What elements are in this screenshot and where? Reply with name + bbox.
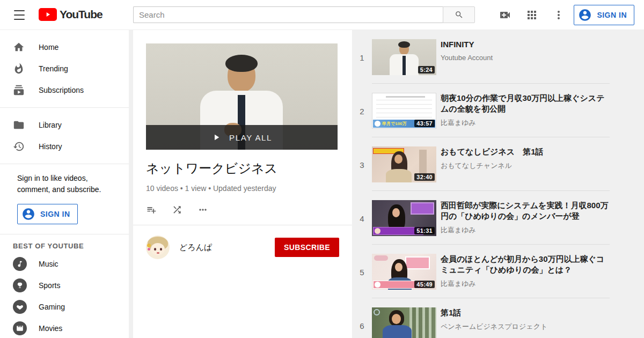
- video-row[interactable]: 1 5:24 INFINITY Youtube Account: [352, 30, 644, 84]
- sidebar-item-label: Subscriptions: [39, 86, 84, 94]
- video-row[interactable]: 6 第1話 ペンネームビジネスプロジェクト: [352, 298, 644, 338]
- search-button[interactable]: [443, 6, 475, 23]
- video-title: おもてなしビジネス 第1話: [441, 146, 544, 157]
- video-index: 3: [352, 146, 372, 170]
- music-icon: [13, 257, 27, 271]
- shuffle-icon[interactable]: [172, 204, 182, 217]
- sidebar-item-history[interactable]: History: [0, 136, 129, 157]
- video-title: INFINITY: [441, 39, 493, 50]
- best-of-youtube-heading: BEST OF YOUTUBE: [0, 234, 129, 253]
- trending-icon: [13, 63, 25, 75]
- thumbnail-person: [228, 58, 255, 92]
- video-channel: 比嘉まゆみ: [441, 118, 610, 128]
- sidebar-item-sports[interactable]: Sports: [0, 275, 129, 296]
- video-title: 西田哲郎が実際にシステムを実践！月収800万円の「ひめゆりの会」のメンバーが登: [441, 200, 610, 222]
- video-row[interactable]: 3 32:40 おもてなしビジネス 第1話 おもてなしチャンネル: [352, 137, 644, 191]
- playlist-video-list: 1 5:24 INFINITY Youtube Account 2 半月で100…: [352, 30, 644, 338]
- video-channel: Youtube Account: [441, 54, 493, 62]
- video-channel: 比嘉まゆみ: [441, 225, 610, 235]
- play-all-label: PLAY ALL: [229, 133, 272, 142]
- duration-badge: 5:24: [418, 66, 435, 74]
- search-icon: [455, 10, 464, 19]
- add-to-playlist-icon[interactable]: [146, 204, 157, 217]
- sidebar-item-movies[interactable]: Movies: [0, 318, 129, 338]
- youtube-logo[interactable]: YouTube: [39, 8, 103, 21]
- sports-icon: [13, 278, 27, 292]
- sidebar-item-label: Movies: [39, 324, 62, 333]
- search-bar: [133, 6, 475, 23]
- home-icon: [13, 41, 25, 53]
- duration-badge: 45:49: [414, 281, 435, 288]
- play-icon: [211, 133, 221, 142]
- video-thumbnail[interactable]: 5:24: [372, 39, 436, 75]
- upload-video-icon[interactable]: [499, 9, 511, 21]
- main-content: PLAY ALL ネットワークビジネス 10 videos • 1 view •…: [129, 30, 644, 338]
- library-icon: [13, 119, 25, 131]
- channel-row: どろんぱ SUBSCRIBE: [146, 236, 339, 259]
- sidebar: Home Trending Subscriptions Library Hist…: [0, 30, 129, 338]
- video-row[interactable]: 4 51:31 西田哲郎が実際にシステムを実践！月収800万円の「ひめゆりの会」…: [352, 191, 644, 245]
- video-index: 4: [352, 200, 372, 223]
- video-channel: ペンネームビジネスプロジェクト: [441, 322, 547, 332]
- account-icon: [21, 207, 35, 221]
- video-index: 6: [352, 307, 372, 330]
- sidebar-item-label: Home: [39, 43, 58, 52]
- sidebar-item-gaming[interactable]: Gaming: [0, 296, 129, 318]
- video-title: 朝夜10分の作業で月収30万円以上稼ぐシステムの全貌を初公開: [441, 93, 610, 114]
- subscribe-button[interactable]: SUBSCRIBE: [275, 238, 339, 257]
- sign-in-label: SIGN IN: [597, 11, 627, 19]
- sign-in-prompt: Sign in to like videos, comment, and sub…: [0, 164, 129, 195]
- top-header: YouTube SIGN IN: [0, 0, 644, 30]
- sidebar-item-label: Music: [39, 260, 58, 268]
- video-thumbnail[interactable]: 51:31: [372, 200, 436, 236]
- sidebar-item-trending[interactable]: Trending: [0, 58, 129, 79]
- playlist-stats: 10 videos • 1 view • Updated yesterday: [146, 184, 339, 193]
- video-channel: 比嘉まゆみ: [441, 279, 610, 289]
- history-icon: [13, 141, 25, 152]
- header-actions: SIGN IN: [499, 0, 634, 30]
- playlist-title: ネットワークビジネス: [146, 160, 339, 177]
- menu-button[interactable]: [14, 10, 25, 20]
- sidebar-item-home[interactable]: Home: [0, 36, 129, 58]
- sidebar-item-library[interactable]: Library: [0, 114, 129, 136]
- more-actions-icon[interactable]: [197, 204, 208, 217]
- video-row[interactable]: 2 半月で100万 43:57 朝夜10分の作業で月収30万円以上稼ぐシステムの…: [352, 84, 644, 137]
- video-title: 会員のほとんどが初月から30万円以上稼ぐコミュニティ「ひめゆりの会」とは？: [441, 254, 610, 275]
- apps-grid-icon[interactable]: [525, 9, 538, 21]
- more-options-icon[interactable]: [552, 9, 560, 21]
- panel-divider: [133, 225, 352, 225]
- sidebar-item-music[interactable]: Music: [0, 253, 129, 275]
- duration-badge: 32:40: [414, 173, 435, 181]
- playlist-thumbnail[interactable]: PLAY ALL: [146, 43, 338, 150]
- sidebar-item-label: Gaming: [39, 303, 65, 311]
- video-thumbnail[interactable]: 45:49: [372, 254, 436, 290]
- channel-name[interactable]: どろんぱ: [179, 243, 275, 253]
- video-thumbnail[interactable]: 半月で100万 43:57: [372, 93, 436, 129]
- search-input[interactable]: [133, 6, 443, 23]
- sidebar-item-label: History: [39, 142, 62, 151]
- duration-badge: 43:57: [414, 120, 435, 127]
- youtube-playlist-page: YouTube SIGN IN: [0, 0, 644, 338]
- video-index: 2: [352, 93, 372, 116]
- video-index: 1: [352, 39, 372, 62]
- gaming-icon: [13, 300, 27, 314]
- video-thumbnail[interactable]: [372, 307, 436, 338]
- header-sign-in-button[interactable]: SIGN IN: [574, 5, 634, 25]
- account-icon: [578, 8, 592, 22]
- sign-in-label: SIGN IN: [40, 210, 70, 218]
- channel-avatar[interactable]: [146, 236, 170, 259]
- sidebar-item-label: Sports: [39, 281, 60, 290]
- playlist-actions: [146, 204, 339, 217]
- sidebar-sign-in-button[interactable]: SIGN IN: [17, 204, 78, 224]
- video-channel: おもてなしチャンネル: [441, 161, 544, 171]
- youtube-logo-text: YouTube: [60, 8, 103, 21]
- play-all-overlay[interactable]: PLAY ALL: [146, 125, 338, 150]
- playlist-panel: PLAY ALL ネットワークビジネス 10 videos • 1 view •…: [133, 30, 352, 338]
- video-thumbnail[interactable]: 32:40: [372, 146, 436, 182]
- video-title: 第1話: [441, 307, 547, 318]
- sidebar-item-label: Trending: [39, 64, 68, 73]
- video-row[interactable]: 5 45:49 会員のほとんどが初月から30万円以上稼ぐコミュニティ「ひめゆりの…: [352, 245, 644, 298]
- subscriptions-icon: [13, 84, 25, 96]
- video-index: 5: [352, 254, 372, 277]
- sidebar-item-subscriptions[interactable]: Subscriptions: [0, 79, 129, 101]
